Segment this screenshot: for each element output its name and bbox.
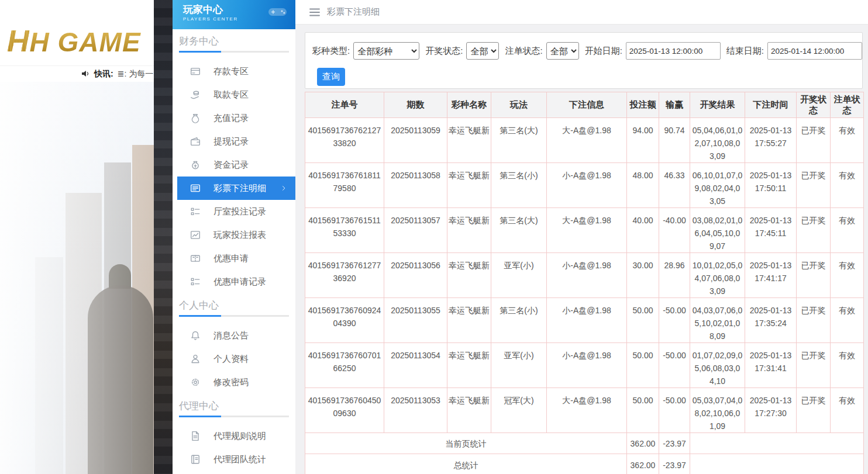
cell-bet-time: 2025-01-13 17:55:27 [745,118,797,163]
sidebar-item-bell[interactable]: 消息公告 [173,324,295,347]
capitol-dome-top [109,264,131,289]
withdraw-record-icon [190,136,201,147]
cell-order-status: 有效 [831,208,864,253]
sidebar-sections: 财务中心存款专区取款专区充值记录提现记录资金记录彩票下注明细厅室投注记录玩家投注… [173,34,295,471]
cell-bet-time: 2025-01-13 17:27:30 [745,388,797,433]
sidebar-item-withdraw-record[interactable]: 提现记录 [173,130,295,153]
cell-bet-info: 小-A盘@1.98 [547,253,627,298]
cell-bet-amount: 50.00 [627,388,659,433]
sidebar-item-lottery-bet[interactable]: 彩票下注明细 [177,177,295,200]
sidebar-item-label: 取款专区 [213,89,249,101]
section-label: 代理中心 [173,399,295,414]
summary-win-loss: -23.97 [659,433,690,454]
cell-draw-result: 01,07,02,09,05,06,08,03,04,10 [690,343,745,388]
cell-lottery-name: 幸运飞艇新 [447,208,491,253]
sidebar-item-recharge-bag[interactable]: 充值记录 [173,106,295,130]
summary-row: 当前页统计362.00-23.97 [305,433,864,454]
hh-game-logo: HH GAME [7,23,141,58]
lottery-type-select[interactable]: 全部彩种 [353,42,419,60]
cell-draw-status: 已开奖 [797,298,831,343]
table-row: 40156917367609240439020250113055幸运飞艇新第三名… [305,298,864,343]
sidebar-item-coupon-record[interactable]: 优惠申请记录 [173,270,295,293]
cell-draw-result: 06,10,01,07,09,08,02,04,03,05 [690,163,745,208]
col-header-win-loss: 输赢 [659,92,690,118]
cell-bet-time: 2025-01-13 17:41:17 [745,253,797,298]
cell-lottery-name: 幸运飞艇新 [447,343,491,388]
sidebar-item-hall-bet[interactable]: 厅室投注记录 [173,200,295,223]
cell-draw-result: 05,04,06,01,02,07,10,08,03,09 [690,118,745,163]
cell-bet-time: 2025-01-13 17:45:11 [745,208,797,253]
withdraw-hand-icon [190,89,201,100]
cell-play: 第三名(小) [491,298,547,343]
cell-order-id: 401569173676181179580 [305,163,384,208]
cell-order-id: 401569173676092404390 [305,298,384,343]
section-underline [179,51,289,53]
logo-striped-h: H [7,24,30,58]
cell-bet-info: 大-A盘@1.98 [547,118,627,163]
player-center-sidebar: 玩家中心 PLAYERS CENTER 财务中心存款专区取款专区充值记录提现记录… [173,0,296,474]
cell-draw-result: 10,01,02,05,04,07,06,08,03,09 [690,253,745,298]
cell-order-id: 401569173676045009630 [305,388,384,433]
menu-toggle-icon[interactable] [309,8,320,16]
cell-lottery-name: 幸运飞艇新 [447,163,491,208]
lottery-type-label: 彩种类型: [312,46,350,57]
cell-period: 20250113059 [384,118,447,163]
cell-bet-amount: 50.00 [627,298,659,343]
sidebar-item-report-chart[interactable]: 玩家投注报表 [173,223,295,247]
summary-win-loss: -23.97 [659,454,690,474]
cell-bet-time: 2025-01-13 17:50:11 [745,163,797,208]
sidebar-item-person[interactable]: 个人资料 [173,347,295,371]
end-date-input[interactable] [767,42,862,60]
gear-icon [190,377,201,387]
start-date-input[interactable] [626,42,721,60]
table-row: 40156917367604500963020250113053幸运飞艇新冠军(… [305,388,864,433]
sidebar-item-label: 代理规则说明 [213,431,266,442]
lottery-bet-icon [190,183,201,193]
sidebar-item-gear[interactable]: 修改密码 [173,371,295,394]
logo-bar: HH GAME [0,16,154,65]
cell-win-loss: 90.74 [659,118,690,163]
sidebar-item-label: 修改密码 [213,377,249,388]
cell-play: 亚军(小) [491,253,547,298]
section-items: 消息公告个人资料修改密码 [173,324,295,394]
city-background-photo [0,82,154,474]
table-row: 40156917367615115333020250113057幸运飞艇新第三名… [305,208,864,253]
sidebar-item-label: 个人资料 [213,354,249,365]
sidebar-item-document[interactable]: 代理规则说明 [173,424,295,448]
team-stats-icon [190,454,201,465]
cell-bet-time: 2025-01-13 17:35:24 [745,298,797,343]
sidebar-item-deposit-card[interactable]: 存款专区 [173,60,295,83]
search-button[interactable]: 查询 [317,68,345,86]
cell-win-loss: -50.00 [659,388,690,433]
col-header-bet-time: 下注时间 [745,92,797,118]
main-content: 彩票下注明细 彩种类型: 全部彩种 开奖状态: 全部 注单状态: 全部 开始日期… [295,0,868,474]
draw-status-select[interactable]: 全部 [466,42,499,60]
cell-lottery-name: 幸运飞艇新 [447,118,491,163]
cell-play: 冠军(大) [491,388,547,433]
cell-period: 20250113053 [384,388,447,433]
cell-bet-info: 大-A盘@1.98 [547,208,627,253]
order-status-select[interactable]: 全部 [546,42,579,60]
deposit-card-icon [190,66,201,77]
cell-bet-info: 小-A盘@1.98 [547,343,627,388]
col-header-play: 玩法 [491,92,547,118]
background-page: HH GAME 快讯: ≣: 为每一 [0,0,154,474]
filter-panel: 彩种类型: 全部彩种 开奖状态: 全部 注单状态: 全部 开始日期: 结束日期:… [305,32,863,89]
cell-bet-info: 小-A盘@1.98 [547,298,627,343]
sidebar-item-coupon[interactable]: 优惠申请 [173,247,295,270]
speaker-icon [81,69,90,80]
sidebar-item-withdraw-hand[interactable]: 取款专区 [173,83,295,106]
cell-win-loss: -40.00 [659,208,690,253]
summary-bet-amount: 362.00 [627,454,659,474]
sidebar-item-team-stats[interactable]: 代理团队统计 [173,448,295,471]
player-center-page: HH GAME 快讯: ≣: 为每一 玩家中心 PLAYERS CENTER [0,0,868,474]
cell-play: 亚军(小) [491,343,547,388]
cell-order-status: 有效 [831,343,864,388]
section-underline [179,416,289,417]
cell-win-loss: -50.00 [659,343,690,388]
cell-order-status: 有效 [831,388,864,433]
ticker-label: 快讯: [94,69,113,79]
coupon-icon [190,253,201,264]
sidebar-section: 个人中心消息公告个人资料修改密码 [173,298,295,394]
sidebar-item-funds-record[interactable]: 资金记录 [173,153,295,177]
